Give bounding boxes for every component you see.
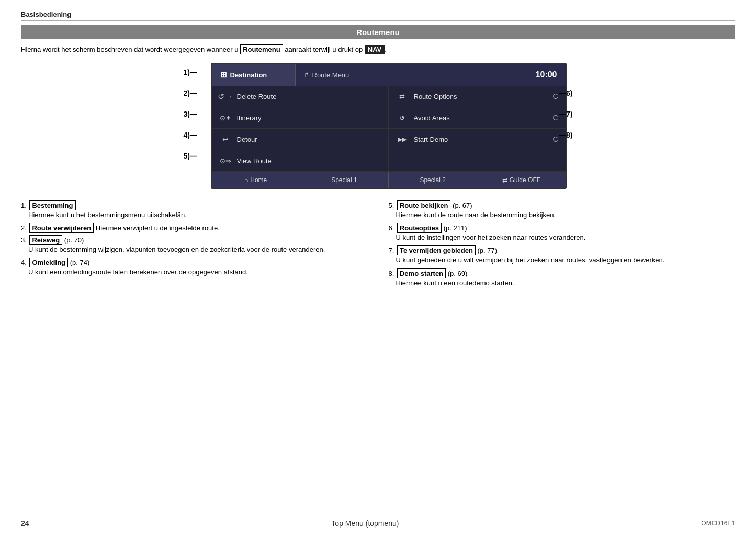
itinerary-label: Itinerary [237, 114, 262, 122]
desc-item-7: 7. Te vermijden gebieden (p. 77) U kunt … [389, 247, 736, 265]
desc-label-4: Omleiding [29, 258, 68, 267]
nav-screen: ⊞ Destination ↱ Route Menu 10:00 [211, 63, 546, 189]
special2-button[interactable]: Special 2 [389, 172, 477, 188]
footer-code: OMCD16E1 [701, 520, 735, 527]
start-demo-item[interactable]: ▶▶ Start Demo C [389, 129, 566, 150]
desc-label-1: Bestemming [29, 200, 75, 210]
label-4: 4)— [184, 131, 197, 139]
page-title: Routemenu [356, 28, 400, 37]
view-route-icon: ⊙⇒ [219, 154, 232, 167]
home-label: Home [250, 176, 267, 184]
desc-label-6: Routeopties [397, 223, 442, 233]
intro-paragraph: Hierna wordt het scherm beschreven dat w… [21, 46, 735, 53]
desc-item-1: 1. Bestemming Hiermee kunt u het bestemm… [21, 202, 368, 220]
nav-screen-display: ⊞ Destination ↱ Route Menu 10:00 [211, 63, 567, 189]
special1-label: Special 1 [331, 176, 357, 184]
empty-cell [389, 150, 566, 172]
desc-item-6: 6. Routeopties (p. 211) U kunt de instel… [389, 224, 736, 242]
special2-label: Special 2 [420, 176, 445, 184]
avoid-areas-item[interactable]: ↺ Avoid Areas C [389, 107, 566, 129]
intro-text-before: Hierna wordt het scherm beschreven dat w… [21, 46, 239, 53]
view-route-item[interactable]: ⊙⇒ View Route [212, 150, 389, 172]
desc-text-1: Hiermee kunt u het bestemmingsmenu uitsc… [28, 210, 368, 220]
desc-item-4: 4. Omleiding (p. 74) U kunt een omleidin… [21, 259, 368, 277]
nav-footer: ⌂ Home Special 1 Special 2 ⇄ Guide OFF [212, 172, 566, 188]
guide-off-label: Guide OFF [510, 176, 540, 184]
route-menu-tab[interactable]: ↱ Route Menu [296, 64, 527, 86]
section-title: Basisbediening [21, 10, 71, 18]
desc-item-2: 2. Route verwijderen Hiermee verwijdert … [21, 224, 368, 232]
routemenu-box-label: Routemenu [240, 44, 283, 54]
avoid-areas-icon: ↺ [396, 111, 409, 124]
desc-text-8: Hiermee kunt u een routedemo starten. [396, 278, 736, 288]
desc-pageref-7: (p. 77) [478, 247, 498, 254]
page: Basisbediening Routemenu Hierna wordt he… [0, 0, 756, 537]
label-7: —7) [559, 110, 572, 118]
section-header: Basisbediening [21, 10, 735, 21]
desc-label-3: Reisweg [29, 235, 62, 245]
home-icon: ⌂ [244, 176, 248, 184]
desc-text-6: U kunt de instellingen voor het zoeken n… [396, 233, 736, 242]
desc-item-5: 5. Route bekijken (p. 67) Hiermee kunt d… [389, 202, 736, 220]
delete-route-item[interactable]: ↺→ Delete Route [212, 86, 389, 107]
desc-num-8: 8. [389, 270, 394, 277]
nav-badge: NAV [365, 45, 385, 54]
start-demo-icon: ▶▶ [396, 133, 409, 146]
desc-num-1: 1. [21, 202, 27, 209]
desc-text-2-inline: Hiermee verwijdert u de ingestelde route… [96, 224, 220, 232]
description-list: 1. Bestemming Hiermee kunt u het bestemm… [21, 202, 735, 292]
desc-num-7: 7. [389, 247, 394, 254]
desc-text-5: Hiermee kunt de route naar de bestemming… [396, 210, 736, 220]
desc-text-4: U kunt een omleidingsroute laten bereken… [28, 267, 368, 277]
route-menu-icon: ↱ [304, 71, 309, 79]
route-options-icon: ⇄ [396, 90, 409, 103]
label-3: 3)— [184, 110, 197, 118]
page-number: 24 [21, 519, 29, 528]
itinerary-icon: ⊙✦ [219, 111, 232, 124]
desc-col-right: 5. Route bekijken (p. 67) Hiermee kunt d… [389, 202, 736, 292]
desc-pageref-3: (p. 70) [64, 236, 84, 244]
desc-pageref-5: (p. 67) [453, 202, 472, 209]
desc-num-6: 6. [389, 224, 394, 232]
home-button[interactable]: ⌂ Home [212, 172, 300, 188]
desc-num-5: 5. [389, 202, 394, 209]
desc-label-5: Route bekijken [397, 200, 450, 210]
detour-item[interactable]: ↩ Detour [212, 129, 389, 150]
nav-menu-grid: ↺→ Delete Route ⇄ Route Options C ⊙✦ Iti… [212, 86, 566, 172]
desc-text-7: U kunt gebieden die u wilt vermijden bij… [396, 255, 736, 265]
label-8: —8) [559, 131, 572, 139]
route-menu-label: Route Menu [312, 71, 349, 79]
desc-label-2: Route verwijderen [29, 223, 94, 233]
intro-text-after: aanraakt terwijl u drukt op [285, 46, 363, 53]
desc-num-3: 3. [21, 236, 27, 244]
desc-text-3: U kunt de bestemming wijzigen, viapunten… [28, 245, 368, 254]
desc-label-7: Te vermijden gebieden [397, 245, 476, 255]
desc-pageref-6: (p. 211) [444, 224, 467, 232]
diagram: 1)— 2)— 3)— 4)— 5)— [179, 63, 577, 189]
nav-header: ⊞ Destination ↱ Route Menu 10:00 [212, 64, 566, 86]
destination-label: Destination [230, 71, 267, 79]
special1-button[interactable]: Special 1 [300, 172, 389, 188]
view-route-label: View Route [237, 157, 272, 165]
desc-col-left: 1. Bestemming Hiermee kunt u het bestemm… [21, 202, 368, 292]
destination-tab[interactable]: ⊞ Destination [212, 64, 296, 86]
label-1: 1)— [184, 68, 197, 76]
desc-item-8: 8. Demo starten (p. 69) Hiermee kunt u e… [389, 270, 736, 288]
label-5: 5)— [184, 152, 197, 160]
desc-num-4: 4. [21, 259, 27, 266]
itinerary-item[interactable]: ⊙✦ Itinerary [212, 107, 389, 129]
delete-route-icon: ↺→ [219, 90, 232, 103]
route-options-item[interactable]: ⇄ Route Options C [389, 86, 566, 107]
detour-label: Detour [237, 136, 257, 143]
avoid-areas-label: Avoid Areas [414, 114, 450, 122]
page-footer: 24 Top Menu (topmenu) OMCD16E1 [21, 519, 735, 528]
destination-icon: ⊞ [220, 70, 227, 80]
start-demo-label: Start Demo [414, 136, 448, 143]
footer-menu-label: Top Menu (topmenu) [331, 519, 399, 528]
detour-icon: ↩ [219, 133, 232, 146]
desc-label-8: Demo starten [397, 268, 446, 278]
label-6: —6) [559, 89, 572, 97]
label-2: 2)— [184, 89, 197, 97]
route-options-label: Route Options [414, 93, 457, 100]
desc-num-2: 2. [21, 224, 27, 232]
